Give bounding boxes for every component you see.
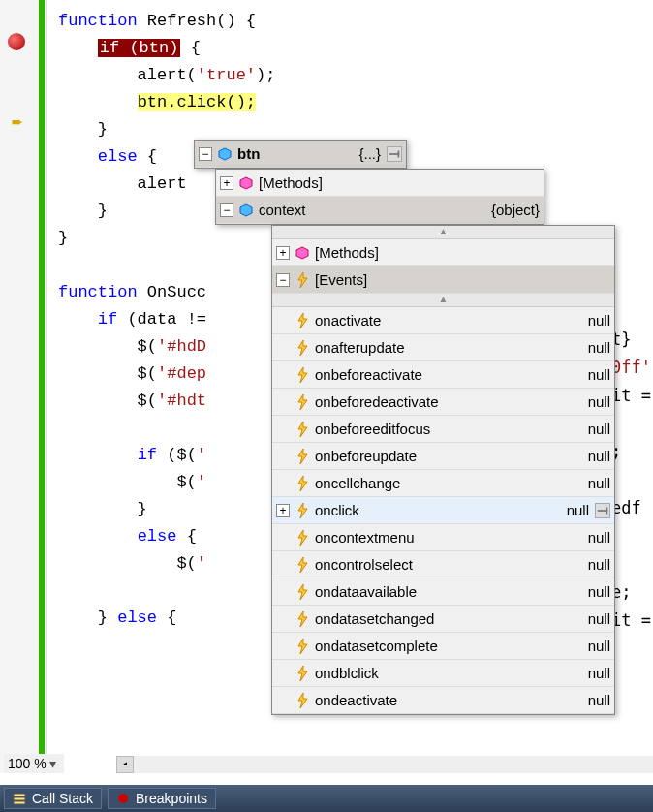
current-line-arrow: ➨ [12,114,23,134]
datatip-row[interactable]: − btn {...} [195,141,406,168]
event-row-oncontrolselect[interactable]: oncontrolselectnull [272,551,614,578]
event-value: null [547,502,589,518]
collapse-icon[interactable]: − [276,273,290,287]
expand-icon[interactable]: + [220,176,233,190]
datatip-row-events[interactable]: − [Events] [272,266,614,294]
code-text: $( [58,337,157,356]
event-value: null [569,529,610,546]
svg-marker-14 [298,503,307,518]
event-value: null [569,339,610,356]
code-text: { [138,147,157,166]
event-row-onbeforeactivate[interactable]: onbeforeactivatenull [272,361,614,389]
svg-marker-19 [298,584,307,600]
datatip-context-children[interactable]: ▲ + [Methods] − [Events] ▲ onactivatenul… [271,225,615,715]
event-value: null [569,448,610,464]
event-icon [295,693,309,708]
methods-icon [239,176,253,190]
keyword: if [98,310,117,328]
event-icon [295,313,309,328]
event-row-ondatasetchanged[interactable]: ondatasetchangednull [272,606,614,633]
datatip-value: {object} [472,202,540,218]
pin-icon[interactable] [387,146,402,162]
keyword: else [117,609,157,627]
breakpoint-icon[interactable] [8,33,25,50]
code-text: ); [256,66,275,84]
code-text: } [58,500,147,518]
pin-icon[interactable] [595,503,610,518]
zoom-control[interactable]: 100 % ▾ [4,754,64,773]
event-value: null [569,393,610,410]
svg-marker-17 [298,530,307,546]
datatip-row-context[interactable]: − context {object} [216,197,544,224]
code-text: { [157,609,176,627]
datatip-btn[interactable]: − btn {...} [194,140,407,169]
event-icon [295,422,309,437]
code-text: } [58,229,68,247]
event-name: onclick [315,502,359,518]
obscured-code: t} 0ff' it = ; edf e; it = [611,326,651,635]
scroll-up-button[interactable]: ▲ [272,294,614,307]
event-value: null [569,692,610,708]
event-icon [295,394,309,410]
code-text [58,446,138,464]
datatip-name: context [259,202,305,218]
tab-call-stack[interactable]: Call Stack [4,788,102,809]
event-icon [295,666,309,681]
scroll-up-button[interactable]: ▲ [272,226,614,239]
svg-rect-16 [606,507,608,514]
current-line-highlight: btn.click(); [138,93,256,111]
keyword: else [138,527,177,546]
bottom-tool-tabs: Call Stack Breakpoints [0,785,653,812]
event-row-ondblclick[interactable]: ondblclicknull [272,660,614,687]
event-icon [295,340,309,356]
event-name: ondatasetcomplete [315,638,438,654]
event-row-ondeactivate[interactable]: ondeactivatenull [272,687,614,714]
event-row-onactivate[interactable]: onactivatenull [272,307,614,334]
svg-rect-2 [398,150,400,157]
expand-icon[interactable]: + [276,246,290,260]
event-icon [295,584,309,600]
event-row-onbeforeupdate[interactable]: onbeforeupdatenull [272,443,614,470]
event-row-ondatasetcomplete[interactable]: ondatasetcompletenull [272,633,614,660]
zoom-dropdown-icon[interactable]: ▾ [47,756,60,771]
event-row-onbeforedeactivate[interactable]: onbeforedeactivatenull [272,389,614,416]
code-text [58,147,98,166]
tab-breakpoints[interactable]: Breakpoints [108,788,216,809]
code-text: OnSucc [138,283,206,301]
svg-marker-8 [298,340,307,356]
svg-marker-18 [298,557,307,573]
collapse-icon[interactable]: − [220,203,233,217]
scroll-left-button[interactable]: ◂ [116,756,134,773]
svg-rect-24 [14,794,25,796]
keyword: if [138,446,157,464]
collapse-icon[interactable]: − [199,147,212,161]
event-row-onbeforeeditfocus[interactable]: onbeforeeditfocusnull [272,416,614,443]
breakpoints-icon [116,792,130,805]
event-name: onbeforeeditfocus [315,421,430,437]
datatip-row-methods[interactable]: + [Methods] [216,170,544,197]
event-row-oncellchange[interactable]: oncellchangenull [272,470,614,497]
event-row-onclick[interactable]: +onclicknull [272,497,614,524]
svg-marker-3 [240,177,252,189]
code-text [58,310,98,328]
event-name: ondataavailable [315,583,417,600]
datatip-value: {...} [339,145,381,162]
svg-rect-25 [14,797,25,800]
code-text: $( [58,473,197,491]
event-value: null [569,610,610,627]
event-row-onafterupdate[interactable]: onafterupdatenull [272,334,614,361]
code-text: $( [58,364,157,383]
event-row-ondataavailable[interactable]: ondataavailablenull [272,578,614,606]
horizontal-scrollbar[interactable]: ◂ [116,756,653,773]
event-icon [295,449,309,464]
object-icon [218,147,232,161]
event-value: null [569,665,610,681]
code-text: $( [58,554,197,573]
svg-point-27 [118,794,128,803]
zoom-level: 100 % [8,756,47,771]
breakpoint-highlight: if (btn) [98,39,181,57]
datatip-row-methods[interactable]: + [Methods] [272,239,614,266]
event-row-oncontextmenu[interactable]: oncontextmenunull [272,524,614,551]
datatip-btn-children[interactable]: + [Methods] − context {object} [215,169,544,225]
expand-icon[interactable]: + [276,504,290,517]
